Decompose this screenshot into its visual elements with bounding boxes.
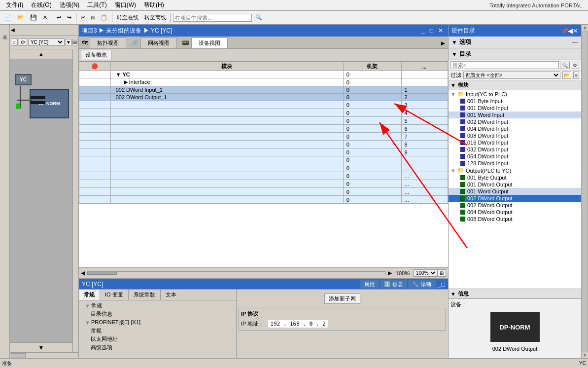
catalog-filter-btn[interactable]: ⚙ [571,62,579,69]
filter-icon-btn[interactable]: 📂 [562,72,571,79]
table-row[interactable]: 002 DWord Input_1 0 1 [79,86,448,94]
table-row[interactable]: ▶ Interface 0 [79,78,448,86]
item-016-dword-output[interactable]: 008 DWord Output [449,216,581,222]
table-row[interactable]: 0... [79,172,448,180]
bottom-restore-btn[interactable]: □ [441,281,445,288]
tree-item-catalog[interactable]: 目录信息 [84,310,235,318]
ip-address-value[interactable]: 192 . 168 . 0 . 2 [268,320,328,328]
info-tab[interactable]: ℹ️ 信息 [380,280,407,289]
tree-item-general[interactable]: ▼ 常规 [84,301,235,310]
input-group-row[interactable]: ▼ 📁 Input(YC to PLC) [449,90,581,98]
modules-section-header[interactable]: ▼ 模块 [449,80,581,90]
item-128-dword-input[interactable]: 128 DWord Input [449,160,581,167]
catalog-search-input[interactable] [450,61,559,69]
v-scrollbar[interactable] [72,49,78,352]
table-row[interactable]: 0... [79,180,448,188]
table-row[interactable]: 09 [79,148,448,156]
item-001-word-input[interactable]: 001 Word Input [449,111,581,118]
config-file-select[interactable]: 配置文件 <全部> [463,72,560,79]
table-row[interactable]: 07 [79,133,448,141]
h-thumb[interactable] [11,353,26,358]
tab-text[interactable]: 文本 [161,290,181,300]
menu-window[interactable]: 窗口(W) [111,0,140,10]
table-row[interactable]: 06 [79,125,448,133]
add-subnet-btn[interactable]: 添加新子网 [324,294,360,304]
v-thumb[interactable] [583,31,588,352]
tree-item-profinet[interactable]: ▼ PROFINET接口 [X1] [84,318,235,327]
scroll-up-btn[interactable]: ▲ [10,49,72,59]
item-001-dword-input[interactable]: 001 DWord Input [449,105,581,111]
table-row[interactable]: 0... [79,188,448,196]
far-right-scrollbar[interactable]: ▲ ▼ [581,25,588,358]
h-scrollbar[interactable] [10,352,78,358]
menu-tools[interactable]: 工具(T) [83,0,110,10]
options-section-header[interactable]: ▼ 选项 [449,37,581,48]
item-001-dword-output[interactable]: 001 DWord Output [449,181,581,188]
item-001-byte-output[interactable]: 001 Byte Output [449,174,581,181]
tab-general[interactable]: 常规 [79,290,100,300]
item-008-dword-output[interactable]: 004 DWord Output [449,209,581,216]
fit-btn[interactable]: ⊞ [437,269,446,277]
prop-tab[interactable]: 属性 [360,280,379,289]
redo-btn[interactable]: ↪ [65,13,74,22]
tree-item-norm[interactable]: 常规 [84,327,235,335]
filter-list-btn[interactable]: ≡ [573,72,579,79]
tab-sys-const[interactable]: 系统常数 [129,290,161,300]
tab-topo[interactable]: 拓扑视图 [90,37,126,48]
item-002-dword-output[interactable]: 002 DWord Output [449,195,581,202]
catalog-section-header[interactable]: ▼ 目录 [449,48,581,60]
collapse-right-btn[interactable]: ▶ [439,37,447,48]
menu-help[interactable]: 帮助(H) [140,0,168,10]
table-row[interactable]: 05 [79,117,448,125]
open-btn[interactable]: 📂 [15,13,27,22]
bottom-minimize-btn[interactable]: _ [438,281,441,288]
catalog-pin-btn[interactable]: 📌 [562,28,568,34]
scroll-right-btn[interactable]: ▶ [388,270,392,276]
item-064-dword-input[interactable]: 064 DWord Input [449,153,581,160]
item-004-dword-output[interactable]: 002 DWord Output [449,202,581,209]
tree-item-eth[interactable]: 以太网地址 [84,335,235,343]
scroll-down-btn[interactable]: ▼ [10,342,72,352]
expand-btn[interactable]: ⊞ [72,39,77,45]
new-btn[interactable]: 📄 [2,13,14,22]
cut-btn[interactable]: ✂ [78,13,88,22]
device-selector[interactable]: YC [YC] [28,38,65,46]
table-row[interactable]: 0... [79,164,448,172]
home-btn[interactable]: ⌂ [11,38,18,46]
zoom-select[interactable]: 100% 75% 50% [414,269,437,277]
device-overview-tab[interactable]: 设备概览 [81,50,111,60]
v-up-arrow[interactable]: ▲ [583,25,588,30]
search-input[interactable] [173,14,252,22]
item-008-dword-input[interactable]: 008 DWord Input [449,132,581,139]
h-scroll-track[interactable] [87,271,386,275]
table-row[interactable]: 002 DWord Output_1 0 2 [79,94,448,101]
table-row[interactable]: 0... [79,196,448,204]
catalog-collapse-btn[interactable]: ◀ [568,27,573,35]
save-btn[interactable]: 💾 [28,13,39,22]
scroll-left-btn[interactable]: ◀ [81,270,85,276]
tab-io-var[interactable]: IO 变量 [100,290,129,300]
menu-online[interactable]: 在线(O) [27,0,55,10]
menu-options[interactable]: 选项(N) [56,0,84,10]
tree-item-adv[interactable]: 高级选项 [84,343,235,352]
v-down-arrow[interactable]: ▼ [583,353,588,358]
dropdown-btn[interactable]: ▼ [66,39,71,45]
online-btn[interactable]: 转至在线 [114,12,141,23]
info-section-header[interactable]: ▼ 信息 [449,289,581,299]
close-btn[interactable]: ✕ [40,13,50,22]
output-group-row[interactable]: ▼ 📁 Output(PLC to YC) [449,167,581,174]
diag-tab[interactable]: 🔧 诊断 [408,280,435,289]
catalog-search-btn[interactable]: 🔍 [560,62,570,69]
table-row[interactable]: 04 [79,109,448,117]
restore-btn[interactable]: □ [428,27,435,34]
settings-btn[interactable]: ⚙ [19,38,27,46]
item-002-dword-input[interactable]: 002 DWord Input [449,118,581,125]
h-scroll-thumb[interactable] [87,272,117,275]
table-row[interactable]: 0... [79,156,448,164]
menu-file[interactable]: 文件(I) [2,0,27,10]
tab-network[interactable]: 网络视图 [140,37,177,48]
table-row[interactable]: 08 [79,141,448,148]
left-collapse-icon[interactable]: ◀ [11,27,15,33]
table-row[interactable]: 0 3 [79,101,448,109]
item-016-dword-input[interactable]: 016 DWord Input [449,139,581,146]
